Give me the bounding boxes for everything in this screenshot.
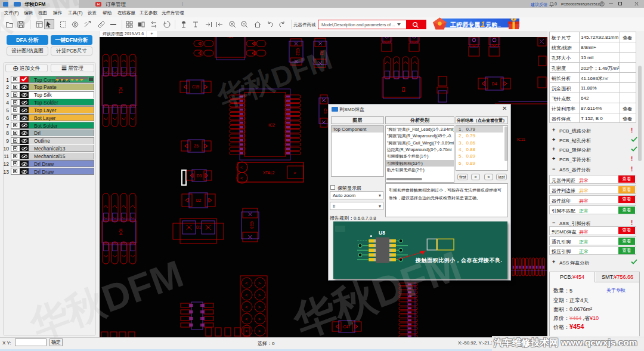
svg-text:>: > (258, 329, 261, 333)
svg-text:C22: C22 (296, 48, 300, 56)
svg-text:>: > (258, 305, 261, 309)
svg-text:>: > (258, 281, 261, 285)
svg-text:XTAL2: XTAL2 (263, 171, 275, 175)
svg-text:IC11: IC11 (517, 137, 525, 141)
svg-text:U8: U8 (379, 230, 385, 236)
svg-text:IC4: IC4 (119, 229, 123, 235)
svg-text:IC1: IC1 (119, 87, 123, 94)
svg-text:<: < (245, 329, 247, 333)
svg-text:D2: D2 (196, 198, 202, 202)
svg-text:<: < (245, 305, 247, 309)
svg-text:C3: C3 (401, 87, 405, 93)
svg-text:>: > (293, 170, 296, 176)
svg-text:C9: C9 (323, 109, 327, 114)
svg-text:IC9: IC9 (227, 37, 234, 38)
svg-text:Z6: Z6 (194, 144, 199, 148)
svg-text:D1: D1 (196, 225, 202, 229)
svg-text:>: > (258, 317, 261, 321)
svg-text:C47: C47 (343, 325, 351, 329)
svg-text:<: < (245, 281, 247, 285)
svg-text:<: < (240, 176, 243, 180)
svg-text:<: < (245, 317, 247, 321)
svg-text:D4: D4 (492, 82, 497, 86)
svg-text:D3: D3 (197, 174, 202, 178)
svg-text:C15: C15 (192, 85, 199, 89)
svg-text:C23: C23 (250, 221, 254, 229)
svg-text:IC2: IC2 (268, 123, 275, 127)
svg-text:<: < (240, 165, 243, 170)
svg-text:>: > (258, 293, 261, 297)
svg-text:<: < (245, 293, 247, 297)
svg-text:R2: R2 (320, 50, 324, 56)
